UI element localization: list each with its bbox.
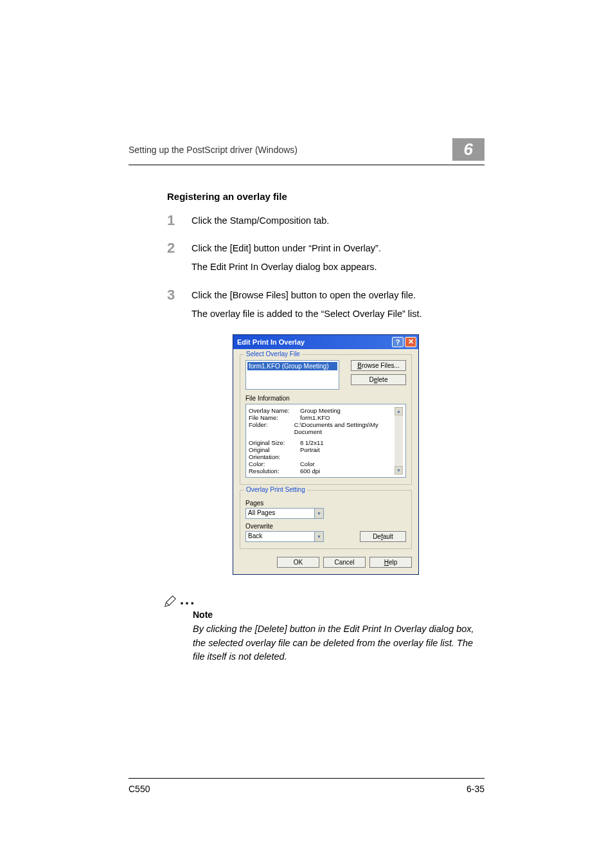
fi-file-name-l: File Name: — [249, 414, 300, 421]
fi-overlay-name: Group Meeting — [300, 407, 341, 414]
fi-overlay-name-l: Overlay Name: — [249, 407, 300, 414]
note-block: ... Note By clicking the [Delete] button… — [167, 593, 484, 664]
scroll-down-icon[interactable]: ▼ — [395, 466, 403, 475]
step-1-line-1: Click the Stamp/Composition tab. — [191, 213, 329, 228]
note-text: By clicking the [Delete] button in the E… — [193, 622, 484, 664]
group-title: Overlay Print Setting — [244, 486, 307, 493]
step-number: 2 — [167, 241, 191, 278]
fi-color-l: Color: — [249, 460, 300, 467]
cancel-button[interactable]: Cancel — [323, 557, 366, 568]
pages-label: Pages — [245, 500, 406, 507]
step-2: 2 Click the [Edit] button under “Print i… — [167, 241, 484, 278]
step-2-line-2: The Edit Print In Overlay dialog box app… — [191, 260, 381, 275]
note-dots: ... — [180, 593, 195, 608]
step-3-line-2: The overlay file is added to the “Select… — [191, 307, 422, 321]
note-label: Note — [193, 610, 484, 620]
pencil-icon — [163, 594, 177, 608]
dialog-titlebar[interactable]: Edit Print In Overlay ? ✕ — [233, 335, 418, 349]
fi-orient: Portrait — [300, 446, 320, 460]
fi-color: Color — [300, 460, 315, 467]
browse-files-button[interactable]: Browse Files... — [351, 360, 406, 371]
step-1: 1 Click the Stamp/Composition tab. — [167, 213, 484, 232]
fi-file-name: form1.KFO — [300, 414, 330, 421]
ok-button[interactable]: OK — [277, 557, 319, 568]
fi-size: 8 1/2x11 — [300, 439, 323, 446]
fi-folder-l: Folder: — [249, 421, 294, 435]
overwrite-combo[interactable]: Back ▼ — [245, 531, 324, 542]
section-title: Registering an overlay file — [167, 191, 484, 202]
header-left: Setting up the PostScript driver (Window… — [129, 145, 452, 155]
step-3-line-1: Click the [Browse Files] button to open … — [191, 288, 422, 303]
scroll-up-icon[interactable]: ▲ — [395, 407, 403, 415]
overwrite-value: Back — [245, 531, 314, 542]
footer-left: C550 — [129, 784, 150, 794]
file-info-scrollbar[interactable]: ▲ ▼ — [395, 407, 403, 475]
group-title: Select Overlay File — [244, 350, 302, 357]
select-overlay-file-group: Select Overlay File form1.KFO (Group Mee… — [240, 354, 412, 485]
fi-res: 600 dpi — [300, 467, 320, 475]
titlebar-help-button[interactable]: ? — [392, 337, 404, 347]
file-information-box: Overlay Name:Group Meeting File Name:for… — [245, 404, 406, 478]
dialog-title: Edit Print In Overlay — [237, 338, 305, 346]
overlay-file-selected[interactable]: form1.KFO (Group Meeting) — [247, 362, 337, 370]
step-number: 1 — [167, 213, 191, 232]
fi-res-l: Resolution: — [249, 467, 300, 475]
chapter-number: 6 — [452, 138, 484, 161]
fi-size-l: Original Size: — [249, 439, 300, 446]
default-button[interactable]: Default — [360, 531, 406, 542]
edit-print-overlay-dialog: Edit Print In Overlay ? ✕ Select Overlay… — [233, 334, 419, 575]
overwrite-label: Overwrite — [245, 523, 406, 530]
page-footer: C550 6-35 — [129, 778, 484, 794]
pages-value: All Pages — [245, 508, 314, 519]
chevron-down-icon[interactable]: ▼ — [314, 508, 324, 519]
overlay-print-setting-group: Overlay Print Setting Pages All Pages ▼ … — [240, 490, 412, 549]
help-button[interactable]: Help — [369, 557, 412, 568]
file-information-label: File Information — [245, 395, 406, 402]
footer-right: 6-35 — [466, 784, 484, 794]
pages-combo[interactable]: All Pages ▼ — [245, 508, 324, 519]
step-3: 3 Click the [Browse Files] button to ope… — [167, 288, 484, 325]
fi-orient-l: Original Orientation: — [249, 446, 300, 460]
titlebar-close-button[interactable]: ✕ — [405, 337, 416, 347]
step-number: 3 — [167, 288, 191, 325]
chevron-down-icon[interactable]: ▼ — [314, 531, 324, 542]
page-header: Setting up the PostScript driver (Window… — [129, 138, 484, 165]
fi-folder: C:\Documents and Settings\My Document — [294, 421, 395, 435]
delete-button[interactable]: Delete — [351, 374, 406, 385]
overlay-file-listbox[interactable]: form1.KFO (Group Meeting) — [245, 360, 339, 390]
step-2-line-1: Click the [Edit] button under “Print in … — [191, 241, 381, 256]
